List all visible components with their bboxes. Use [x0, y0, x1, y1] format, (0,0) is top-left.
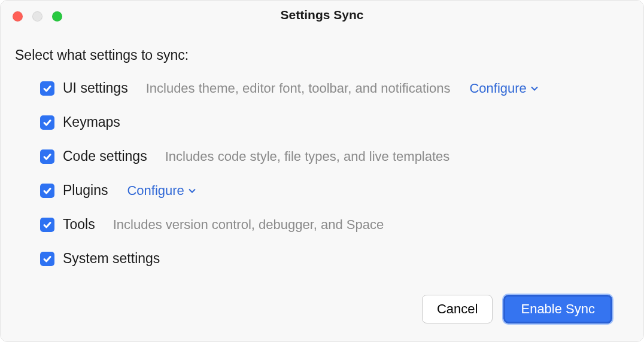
enable-sync-button[interactable]: Enable Sync: [503, 295, 612, 323]
dialog-content: Select what settings to sync: UI setting…: [1, 29, 643, 341]
option-label: UI settings: [63, 80, 128, 96]
checkmark-icon: [42, 254, 52, 264]
option-code-settings: Code settings Includes code style, file …: [40, 148, 629, 164]
window-title: Settings Sync: [1, 8, 643, 22]
configure-link-text: Configure: [469, 81, 526, 96]
maximize-window-button[interactable]: [52, 11, 62, 22]
option-description: Includes theme, editor font, toolbar, an…: [146, 81, 451, 96]
checkbox-ui-settings[interactable]: [40, 81, 54, 96]
checkbox-plugins[interactable]: [40, 184, 54, 198]
checkbox-keymaps[interactable]: [40, 115, 54, 130]
checkmark-icon: [42, 84, 52, 93]
option-description: Includes code style, file types, and liv…: [165, 149, 450, 164]
checkbox-system-settings[interactable]: [40, 252, 54, 266]
checkmark-icon: [42, 152, 52, 161]
cancel-button[interactable]: Cancel: [422, 295, 493, 323]
settings-sync-dialog: Settings Sync Select what settings to sy…: [0, 0, 644, 342]
checkmark-icon: [42, 220, 52, 230]
option-label: Code settings: [63, 148, 147, 164]
configure-link-ui-settings[interactable]: Configure: [469, 81, 538, 96]
option-description: Includes version control, debugger, and …: [113, 217, 384, 233]
configure-link-plugins[interactable]: Configure: [127, 183, 196, 199]
option-label: Keymaps: [63, 114, 120, 130]
dialog-footer: Cancel Enable Sync: [15, 295, 629, 341]
option-system-settings: System settings: [40, 251, 629, 267]
checkbox-code-settings[interactable]: [40, 149, 54, 164]
option-tools: Tools Includes version control, debugger…: [40, 216, 629, 233]
close-window-button[interactable]: [13, 11, 23, 22]
option-plugins: Plugins Configure: [40, 182, 629, 199]
checkmark-icon: [42, 118, 52, 127]
minimize-window-button[interactable]: [32, 11, 42, 22]
option-ui-settings: UI settings Includes theme, editor font,…: [40, 80, 629, 96]
chevron-down-icon: [530, 84, 539, 93]
option-label: System settings: [63, 251, 160, 267]
checkbox-tools[interactable]: [40, 218, 54, 232]
options-list: UI settings Includes theme, editor font,…: [15, 80, 629, 267]
prompt-text: Select what settings to sync:: [15, 47, 629, 63]
checkmark-icon: [42, 186, 52, 196]
titlebar: Settings Sync: [1, 1, 643, 29]
option-label: Tools: [63, 216, 95, 233]
chevron-down-icon: [188, 187, 196, 195]
option-keymaps: Keymaps: [40, 114, 629, 130]
configure-link-text: Configure: [127, 183, 184, 199]
option-label: Plugins: [63, 182, 108, 199]
window-controls: [13, 11, 62, 22]
